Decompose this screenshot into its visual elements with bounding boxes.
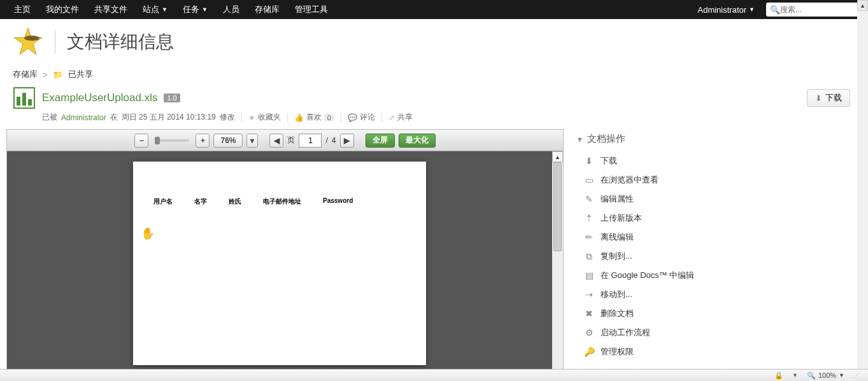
breadcrumb-root[interactable]: 存储库 <box>13 69 38 80</box>
action-upload-version[interactable]: ⇡上传新版本 <box>576 209 855 228</box>
col-header: 电子邮件地址 <box>263 197 301 206</box>
browser-icon: ▭ <box>584 175 594 185</box>
nav-home[interactable]: 主页 <box>6 0 38 19</box>
nav-shared[interactable]: 共享文件 <box>87 0 135 19</box>
like-button[interactable]: 👍喜欢0 <box>294 112 334 123</box>
page-sep: / <box>325 136 327 145</box>
download-icon: ⬇ <box>584 156 594 166</box>
nav-myfiles[interactable]: 我的文件 <box>38 0 87 19</box>
page-total: 4 <box>332 136 336 145</box>
window-scrollbar[interactable]: ▴ <box>857 0 868 369</box>
fullscreen-button[interactable]: 全屏 <box>366 134 395 148</box>
breadcrumb: 存储库 > 📁 已共享 <box>0 69 868 87</box>
spreadsheet-icon <box>13 87 36 109</box>
nav-sites[interactable]: 站点▼ <box>135 0 175 19</box>
svg-rect-4 <box>22 93 26 106</box>
zoom-in-button[interactable]: + <box>196 134 210 148</box>
status-chevron-icon[interactable]: ▼ <box>792 372 798 378</box>
nav-admin[interactable]: 管理工具 <box>287 0 336 19</box>
col-header: 名字 <box>194 197 207 206</box>
search-icon: 🔍 <box>770 5 780 15</box>
action-delete[interactable]: ✖删除文档 <box>576 304 855 323</box>
action-move-to[interactable]: ⇢移动到... <box>576 285 855 304</box>
preview-scrollbar[interactable]: ▴ <box>552 151 563 370</box>
doc-actions-list: ⬇下载 ▭在浏览器中查看 ✎编辑属性 ⇡上传新版本 ✏离线编辑 ⧉复制到... … <box>576 151 855 361</box>
delete-icon: ✖ <box>584 308 594 319</box>
zoom-level[interactable]: 76% <box>213 134 243 148</box>
zoom-slider[interactable] <box>155 139 189 142</box>
chevron-down-icon: ▼ <box>202 6 208 13</box>
preview-toolbar: − + 76% ▾ ◀ 页 / 4 ▶ 全屏 最大化 <box>7 130 563 151</box>
page-header: 文档详细信息 <box>0 19 868 69</box>
breadcrumb-sep: > <box>43 70 48 80</box>
download-icon: ⬇ <box>815 94 822 103</box>
gdocs-icon: ▤ <box>584 270 594 281</box>
side-panel-header[interactable]: ▼ 文档操作 <box>576 133 855 145</box>
action-edit-props[interactable]: ✎编辑属性 <box>576 190 855 209</box>
action-permissions[interactable]: 🔑管理权限 <box>576 342 855 361</box>
chevron-down-icon: ▼ <box>162 6 167 13</box>
move-icon: ⇢ <box>584 289 594 300</box>
doc-name: ExampleUserUpload.xls <box>42 92 157 104</box>
scroll-up-button[interactable]: ▴ <box>857 0 868 11</box>
preview-body[interactable]: 用户名 名字 姓氏 电子邮件地址 Password ✋ <box>7 151 552 370</box>
collapse-icon: ▼ <box>576 135 583 143</box>
action-download[interactable]: ⬇下载 <box>576 151 855 170</box>
chevron-down-icon: ▼ <box>749 6 755 13</box>
user-menu[interactable]: Administrator▼ <box>692 5 762 15</box>
nav-repo[interactable]: 存储库 <box>247 0 287 19</box>
page-input[interactable] <box>299 134 322 148</box>
maximize-button[interactable]: 最大化 <box>399 134 436 148</box>
scroll-up-button[interactable]: ▴ <box>552 151 563 162</box>
hand-cursor-icon: ✋ <box>141 226 155 240</box>
search-input[interactable] <box>780 5 858 14</box>
share-button[interactable]: ⇗共享 <box>388 112 413 123</box>
breadcrumb-current[interactable]: 已共享 <box>68 69 93 80</box>
top-nav: 主页 我的文件 共享文件 站点▼ 任务▼ 人员 存储库 管理工具 Adminis… <box>0 0 868 19</box>
folder-icon: 📁 <box>53 70 63 80</box>
status-bar: 🔒 ▼ 🔍 100% ▼ ⋰ <box>0 369 868 381</box>
comment-button[interactable]: 💬评论 <box>348 112 375 123</box>
pencil-icon: ✏ <box>584 232 594 242</box>
copy-icon: ⧉ <box>584 251 594 261</box>
col-header: 姓氏 <box>229 197 241 206</box>
version-badge: 1.0 <box>164 94 180 102</box>
star-icon: ★ <box>248 113 255 122</box>
search-box[interactable]: 🔍 <box>766 3 862 17</box>
col-header: 用户名 <box>153 197 173 206</box>
preview-pane: − + 76% ▾ ◀ 页 / 4 ▶ 全屏 最大化 用户名 名字 姓氏 电子邮… <box>6 129 564 371</box>
action-workflow[interactable]: ⚙启动工作流程 <box>576 323 855 342</box>
svg-rect-5 <box>28 99 32 106</box>
meta-user-link[interactable]: Administrator <box>61 113 106 122</box>
security-icon[interactable]: 🔒 <box>774 371 783 380</box>
doc-title-row: ExampleUserUpload.xls 1.0 ⬇ 下载 <box>0 87 868 109</box>
thumbs-up-icon: 👍 <box>294 113 304 122</box>
download-button[interactable]: ⬇ 下载 <box>807 89 850 107</box>
favorite-button[interactable]: ★收藏夹 <box>248 112 281 123</box>
nav-tasks[interactable]: 任务▼ <box>175 0 215 19</box>
action-view-browser[interactable]: ▭在浏览器中查看 <box>576 170 855 190</box>
action-offline-edit[interactable]: ✏离线编辑 <box>576 228 855 247</box>
zoom-out-button[interactable]: − <box>134 134 148 148</box>
side-panel: ▼ 文档操作 ⬇下载 ▭在浏览器中查看 ✎编辑属性 ⇡上传新版本 ✏离线编辑 ⧉… <box>576 129 855 371</box>
zoom-indicator[interactable]: 🔍 100% ▼ <box>807 371 844 380</box>
chevron-down-icon: ▼ <box>839 372 844 378</box>
resize-grip-icon[interactable]: ⋰ <box>853 371 860 380</box>
scroll-thumb[interactable] <box>553 162 562 251</box>
nav-people[interactable]: 人员 <box>215 0 247 19</box>
svg-rect-3 <box>17 97 20 106</box>
meta-date: 周日 25 五月 2014 10:13:19 <box>122 112 216 123</box>
prev-page-button[interactable]: ◀ <box>269 134 283 148</box>
next-page-button[interactable]: ▶ <box>340 134 354 148</box>
action-gdocs-edit[interactable]: ▤在 Google Docs™ 中编辑 <box>576 266 855 285</box>
upload-icon: ⇡ <box>584 213 594 223</box>
action-copy-to[interactable]: ⧉复制到... <box>576 247 855 266</box>
page-title: 文档详细信息 <box>55 30 174 54</box>
key-icon: 🔑 <box>584 347 594 357</box>
zoom-dropdown-button[interactable]: ▾ <box>246 134 258 148</box>
svg-point-1 <box>24 36 39 41</box>
doc-meta: 已被 Administrator 在 周日 25 五月 2014 10:13:1… <box>0 109 868 129</box>
edit-icon: ✎ <box>584 194 594 204</box>
col-header: Password <box>323 197 353 206</box>
preview-page: 用户名 名字 姓氏 电子邮件地址 Password ✋ <box>133 162 426 365</box>
